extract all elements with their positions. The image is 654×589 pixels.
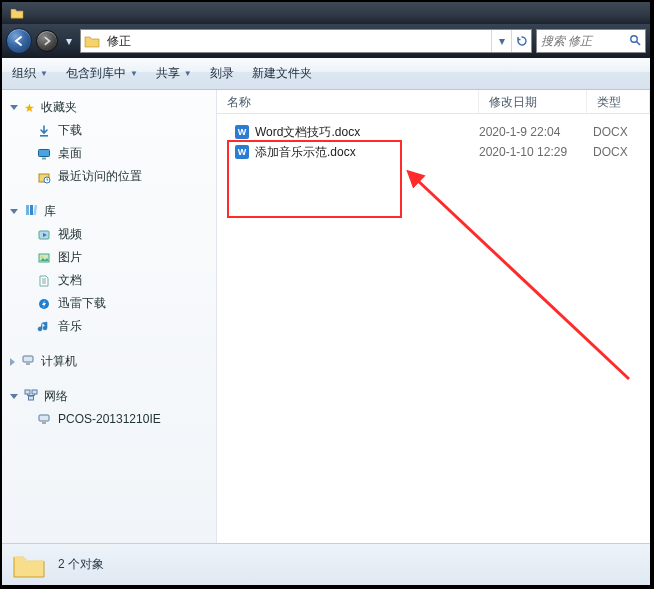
sidebar-item-network-pc[interactable]: PCOS-20131210IE [2,408,216,430]
sidebar-item-label: 下载 [58,122,82,139]
favorites-header[interactable]: ★ 收藏夹 [2,96,216,119]
expand-icon [10,105,18,110]
svg-rect-4 [42,157,46,159]
svg-rect-16 [25,390,30,394]
sidebar-item-label: 图片 [58,249,82,266]
libraries-group: 库 视频 图片 文档 迅雷下载 [2,200,216,338]
back-button[interactable] [6,28,32,54]
column-date[interactable]: 修改日期 [479,90,587,113]
expand-icon [10,358,15,366]
thunder-icon [36,296,52,312]
network-icon [24,388,38,405]
file-row[interactable]: W 添加音乐示范.docx 2020-1-10 12:29 DOCX [217,142,650,162]
sidebar-item-label: 最近访问的位置 [58,168,142,185]
address-dropdown-icon[interactable]: ▾ [491,30,511,52]
computer-header[interactable]: 计算机 [2,350,216,373]
network-label: 网络 [44,388,68,405]
videos-icon [36,227,52,243]
file-type: DOCX [587,125,650,139]
sidebar-item-label: 文档 [58,272,82,289]
word-doc-icon: W [235,125,249,139]
nav-bar: ▾ 修正 ▾ 搜索 修正 [2,24,650,58]
svg-rect-8 [30,205,33,215]
sidebar-item-recent[interactable]: 最近访问的位置 [2,165,216,188]
documents-icon [36,273,52,289]
file-name: 添加音乐示范.docx [255,144,356,161]
favorites-group: ★ 收藏夹 下载 桌面 最近访问的位置 [2,96,216,188]
computer-icon [21,353,35,370]
column-name[interactable]: 名称 [217,90,479,113]
svg-rect-15 [26,363,30,365]
file-pane: 名称 修改日期 类型 W Word文档技巧.docx 2020-1-9 22:0… [217,90,650,543]
status-count: 2 个对象 [58,556,104,573]
burn-button[interactable]: 刻录 [210,65,234,82]
explorer-body: ★ 收藏夹 下载 桌面 最近访问的位置 [2,90,650,543]
include-label: 包含到库中 [66,65,126,82]
file-row[interactable]: W Word文档技巧.docx 2020-1-9 22:04 DOCX [217,122,650,142]
svg-rect-9 [33,205,37,215]
share-label: 共享 [156,65,180,82]
file-date: 2020-1-9 22:04 [479,125,587,139]
chevron-down-icon: ▼ [40,69,48,78]
command-bar: 组织▼ 包含到库中▼ 共享▼ 刻录 新建文件夹 [2,58,650,90]
file-name: Word文档技巧.docx [255,124,360,141]
new-folder-label: 新建文件夹 [252,65,312,82]
organize-label: 组织 [12,65,36,82]
chevron-down-icon: ▼ [184,69,192,78]
network-header[interactable]: 网络 [2,385,216,408]
svg-rect-3 [39,149,50,156]
svg-point-12 [41,255,44,258]
sidebar-item-thunder[interactable]: 迅雷下载 [2,292,216,315]
frame-bar [2,2,650,24]
desktop-icon [36,146,52,162]
explorer-window: ▾ 修正 ▾ 搜索 修正 组织▼ 包含到库中▼ [0,0,652,587]
svg-rect-2 [40,135,48,137]
svg-rect-17 [32,390,37,394]
sidebar-item-label: 迅雷下载 [58,295,106,312]
status-bar: 2 个对象 [2,543,650,585]
sidebar-item-downloads[interactable]: 下载 [2,119,216,142]
history-dropdown-icon[interactable]: ▾ [62,28,76,54]
sidebar-item-desktop[interactable]: 桌面 [2,142,216,165]
search-icon [629,34,641,49]
network-group: 网络 PCOS-20131210IE [2,385,216,430]
libraries-header[interactable]: 库 [2,200,216,223]
sidebar-item-pictures[interactable]: 图片 [2,246,216,269]
word-doc-icon: W [235,145,249,159]
sidebar-item-music[interactable]: 音乐 [2,315,216,338]
include-in-library-menu[interactable]: 包含到库中▼ [66,65,138,82]
status-folder-icon [12,551,46,579]
search-box[interactable]: 搜索 修正 [536,29,646,53]
svg-rect-18 [29,396,34,400]
forward-button[interactable] [36,30,58,52]
svg-line-21 [415,178,629,379]
column-type[interactable]: 类型 [587,90,650,113]
navigation-pane: ★ 收藏夹 下载 桌面 最近访问的位置 [2,90,217,543]
refresh-icon[interactable] [511,30,531,52]
svg-rect-19 [39,415,49,421]
organize-menu[interactable]: 组织▼ [12,65,48,82]
file-date: 2020-1-10 12:29 [479,145,587,159]
pc-icon [36,411,52,427]
sidebar-item-label: PCOS-20131210IE [58,412,161,426]
address-folder-icon [81,30,103,52]
sidebar-item-documents[interactable]: 文档 [2,269,216,292]
new-folder-button[interactable]: 新建文件夹 [252,65,312,82]
libraries-icon [24,203,38,220]
column-headers: 名称 修改日期 类型 [217,90,650,114]
svg-line-1 [637,41,641,45]
sidebar-item-label: 音乐 [58,318,82,335]
annotation-arrow [367,164,647,404]
svg-rect-7 [26,205,29,215]
share-menu[interactable]: 共享▼ [156,65,192,82]
svg-rect-20 [42,422,46,424]
chevron-down-icon: ▼ [130,69,138,78]
sidebar-item-videos[interactable]: 视频 [2,223,216,246]
window-folder-icon [10,7,24,19]
burn-label: 刻录 [210,65,234,82]
svg-point-0 [631,35,637,41]
address-bar[interactable]: 修正 ▾ [80,29,532,53]
sidebar-item-label: 视频 [58,226,82,243]
sidebar-item-label: 桌面 [58,145,82,162]
file-list: W Word文档技巧.docx 2020-1-9 22:04 DOCX W 添加… [217,114,650,543]
